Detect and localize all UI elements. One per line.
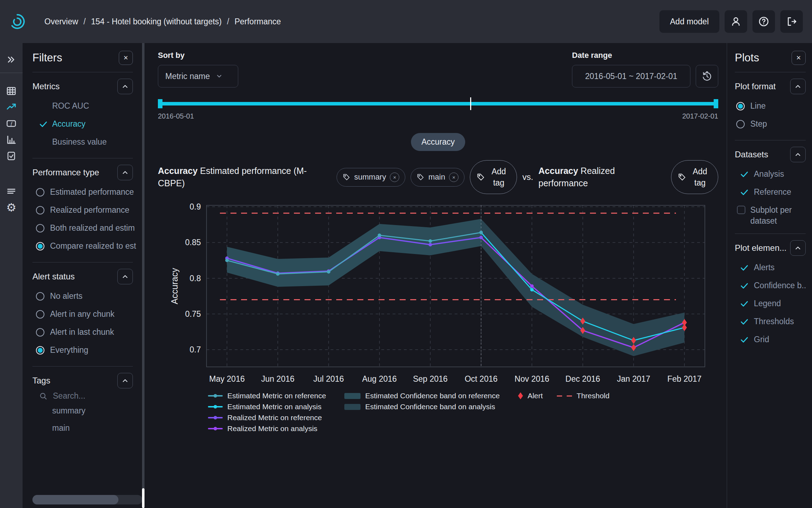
dataset-check-reference[interactable]: Reference bbox=[735, 183, 806, 201]
legend-threshold-label[interactable]: Threshold bbox=[577, 392, 609, 400]
svg-text:0.75: 0.75 bbox=[185, 309, 201, 319]
datasets-collapse-button[interactable] bbox=[790, 147, 806, 162]
reset-date-range-button[interactable] bbox=[696, 65, 718, 87]
slider-cursor[interactable] bbox=[470, 97, 471, 110]
metric-item-accuracy[interactable]: Accuracy bbox=[32, 115, 142, 133]
checkbox-unchecked[interactable] bbox=[737, 206, 745, 214]
vertical-scrollbar-thumb[interactable] bbox=[142, 488, 144, 508]
divider bbox=[735, 234, 806, 234]
table-icon bbox=[6, 86, 17, 96]
rail-item-logs[interactable] bbox=[4, 183, 19, 199]
plot-element-check-alerts[interactable]: Alerts bbox=[735, 259, 806, 277]
vs-label: vs. bbox=[522, 172, 533, 182]
add-model-button[interactable]: Add model bbox=[659, 10, 719, 33]
check-label: Analysis bbox=[754, 169, 784, 179]
radio-realized-performance[interactable]: Realized performance bbox=[32, 201, 142, 219]
radio-plot-format-step[interactable]: Step bbox=[735, 115, 806, 133]
tags-search-input[interactable] bbox=[53, 391, 113, 401]
help-button[interactable] bbox=[752, 10, 775, 33]
plot-format-collapse-button[interactable] bbox=[790, 79, 806, 94]
performance-type-collapse-button[interactable] bbox=[117, 165, 133, 180]
slider-handle-start[interactable] bbox=[158, 99, 162, 108]
add-tag-button-left[interactable]: Add tag bbox=[470, 160, 517, 194]
filters-close-button[interactable]: × bbox=[119, 51, 133, 65]
divider bbox=[735, 72, 806, 72]
sort-by-select[interactable]: Metric name bbox=[158, 65, 238, 87]
svg-text:May 2016: May 2016 bbox=[209, 374, 245, 383]
remove-tag-icon[interactable]: × bbox=[390, 173, 399, 182]
legend-alert-label[interactable]: Alert bbox=[528, 392, 543, 400]
chevron-down-icon bbox=[216, 73, 223, 80]
radio-estimated-performance[interactable]: Estimated performance bbox=[32, 183, 142, 201]
legend-item-estimated-reference[interactable]: Estimated Metric on reference bbox=[208, 392, 326, 400]
legend-item-estimated-analysis[interactable]: Estimated Metric on analysis bbox=[208, 403, 326, 411]
check-placeholder bbox=[39, 102, 48, 111]
metric-item-label: Accuracy bbox=[52, 119, 86, 129]
radio-everything[interactable]: Everything bbox=[32, 341, 142, 359]
remove-tag-icon[interactable]: × bbox=[449, 173, 459, 182]
user-button[interactable] bbox=[725, 10, 747, 33]
breadcrumb-overview[interactable]: Overview bbox=[44, 17, 78, 26]
rail-item-data[interactable] bbox=[4, 83, 19, 99]
tags-collapse-button[interactable] bbox=[117, 373, 133, 388]
expand-sidebar-button[interactable] bbox=[4, 52, 19, 68]
radio-label: Realized performance bbox=[50, 205, 129, 215]
metric-item-roc-auc[interactable]: ROC AUC bbox=[32, 97, 142, 115]
performance-type-section-title: Performance type bbox=[32, 168, 99, 177]
radio-both-realized-estimated[interactable]: Both realized and estim bbox=[32, 219, 142, 237]
rail-item-functions[interactable]: f bbox=[4, 115, 19, 132]
plots-close-button[interactable]: × bbox=[792, 51, 806, 65]
plot-element-check-legend[interactable]: Legend bbox=[735, 295, 806, 313]
metric-pill[interactable]: Accuracy bbox=[411, 133, 466, 151]
rail-item-reports[interactable] bbox=[4, 148, 19, 164]
tag-filter-main[interactable]: main bbox=[32, 419, 142, 437]
legend-item-band-reference[interactable]: Estimated Confidence band on reference bbox=[344, 392, 500, 400]
horizontal-scrollbar[interactable] bbox=[32, 495, 142, 504]
legend-item-realized-reference[interactable]: Realized Metric on reference bbox=[208, 414, 326, 422]
slider-handle-end[interactable] bbox=[714, 99, 718, 108]
date-range-input[interactable]: 2016-05-01 ~ 2017-02-01 bbox=[572, 65, 690, 87]
legend-item-band-analysis[interactable]: Estimated Confidence band on analysis bbox=[344, 403, 500, 411]
metric-item-business-value[interactable]: Business value bbox=[32, 133, 142, 151]
plot-element-check-confidence-bands[interactable]: Confidence b... bbox=[735, 277, 806, 295]
radio-compare-realized-estimated[interactable]: Compare realized to est bbox=[32, 237, 142, 255]
legend-label: Estimated Confidence band on reference bbox=[365, 392, 500, 400]
date-range-slider[interactable] bbox=[158, 97, 718, 110]
tag-chip-summary[interactable]: summary × bbox=[337, 168, 405, 187]
logout-button[interactable] bbox=[780, 10, 803, 33]
radio-alert-last-chunk[interactable]: Alert in last chunk bbox=[32, 323, 142, 341]
check-icon bbox=[740, 335, 749, 344]
dataset-check-analysis[interactable]: Analysis bbox=[735, 165, 806, 183]
metrics-collapse-button[interactable] bbox=[117, 79, 133, 94]
slider-end-date: 2017-02-01 bbox=[682, 112, 718, 120]
svg-text:0.9: 0.9 bbox=[190, 202, 201, 211]
plot-element-check-grid[interactable]: Grid bbox=[735, 331, 806, 349]
tag-filter-summary[interactable]: summary bbox=[32, 402, 142, 419]
tag-chip-main[interactable]: main × bbox=[411, 168, 465, 187]
rail-item-distribution[interactable] bbox=[4, 132, 19, 148]
radio-alert-any-chunk[interactable]: Alert in any chunk bbox=[32, 305, 142, 323]
svg-text:Aug 2016: Aug 2016 bbox=[362, 374, 396, 383]
breadcrumb-model[interactable]: 154 - Hotel booking (without targets) bbox=[91, 17, 222, 26]
radio-no-alerts[interactable]: No alerts bbox=[32, 287, 142, 305]
subplot-per-dataset-checkbox-row[interactable]: Subplot per dataset bbox=[735, 205, 806, 226]
radio-plot-format-line[interactable]: Line bbox=[735, 97, 806, 115]
rail-item-performance[interactable] bbox=[4, 99, 19, 115]
filters-title: Filters bbox=[32, 52, 62, 64]
plot-elements-collapse-button[interactable] bbox=[790, 240, 806, 256]
plot-element-check-thresholds[interactable]: Thresholds bbox=[735, 313, 806, 331]
slider-track[interactable] bbox=[158, 102, 718, 105]
add-tag-button-right[interactable]: Add tag bbox=[671, 160, 718, 194]
rail-item-settings[interactable]: ⚙ bbox=[4, 199, 19, 216]
chevron-up-icon bbox=[794, 83, 802, 90]
vertical-scrollbar[interactable] bbox=[142, 43, 144, 508]
legend-item-realized-analysis[interactable]: Realized Metric on analysis bbox=[208, 425, 326, 433]
check-icon bbox=[39, 120, 48, 129]
chevron-up-icon bbox=[794, 151, 802, 158]
left-chart-title-metric: Accuracy bbox=[158, 166, 198, 176]
tag-icon bbox=[343, 173, 350, 181]
alert-status-collapse-button[interactable] bbox=[117, 269, 133, 284]
metrics-section-title: Metrics bbox=[32, 81, 60, 91]
horizontal-scrollbar-thumb[interactable] bbox=[32, 495, 118, 504]
metric-item-label: Business value bbox=[52, 137, 107, 147]
